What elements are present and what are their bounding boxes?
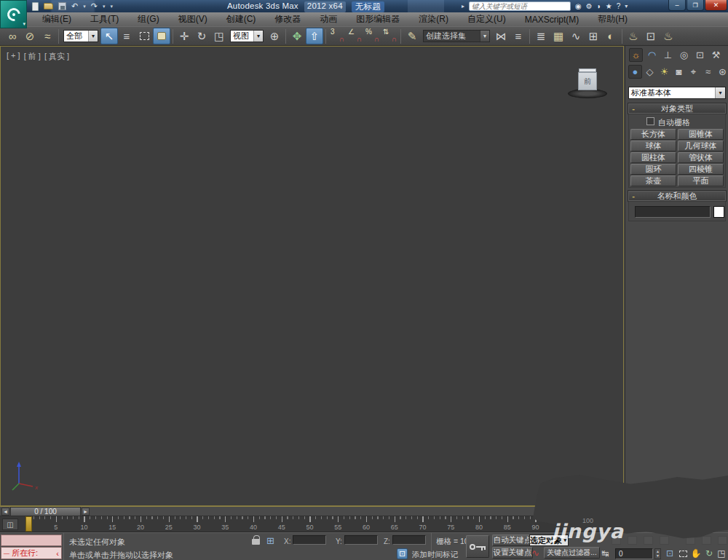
primitive-tube-button[interactable]: 管状体 [678,152,724,163]
unlink-selection-button[interactable]: ⊘ [21,28,39,44]
select-and-move-button[interactable]: ✛ [175,28,193,44]
subscription-center-icon[interactable]: ◗ [597,3,601,10]
track-bar[interactable]: ◫ 051015202530354045505560657075808590 [0,516,625,532]
menu-help[interactable]: 帮助(H) [588,13,637,25]
time-slider-track[interactable]: ◄ 0 / 100 ► [0,506,625,516]
category-spacewarps[interactable]: ≈ [701,65,715,79]
tab-display[interactable]: ⊡ [693,48,707,62]
menu-rendering[interactable]: 渲染(R) [409,13,458,25]
redo-dropdown-icon[interactable]: ▾ [103,4,106,9]
maxscript-mini-listener[interactable] [1,535,62,546]
pan-view-button[interactable]: ✋ [690,548,702,559]
category-systems[interactable]: ⊛ [716,65,728,79]
primitive-geosphere-button[interactable]: 几何球体 [678,141,724,151]
geometry-category-dropdown[interactable]: 标准基本体 ▾ [628,87,726,99]
snap-toggle-3d[interactable]: 3∩ [328,28,346,44]
select-by-name-button[interactable]: ≡ [118,28,135,44]
nav-control-obscured[interactable] [702,536,711,545]
align-button[interactable]: ≡ [510,28,527,44]
category-cameras[interactable]: ◙ [672,65,686,79]
listener-scroll-icon[interactable]: ‹ [56,549,59,558]
menu-modifiers[interactable]: 修改器 [265,13,310,25]
primitive-cone-button[interactable]: 圆锥体 [678,129,724,140]
communication-center-icon[interactable]: ⚙ [586,3,593,10]
next-frame-arrow[interactable]: ► [82,508,90,516]
spinner-down-icon[interactable]: ▾ [657,554,659,558]
menu-views[interactable]: 视图(V) [169,13,217,25]
open-file-icon[interactable] [44,3,53,9]
viewport-general-menu[interactable]: [ + ] [7,51,20,62]
category-lights[interactable]: ☀ [657,65,671,79]
open-mini-curve-editor-button[interactable]: ◫ [2,518,18,530]
save-file-icon[interactable] [58,2,66,10]
viewport-shading-menu[interactable]: [ 真实 ] [44,51,69,62]
qat-customize-icon[interactable]: ▾ [110,4,113,9]
search-icon[interactable]: ◉ [575,3,582,10]
minimize-button[interactable]: – [668,0,686,11]
undo-icon[interactable]: ↶ [71,2,78,10]
select-and-rotate-button[interactable]: ↻ [193,28,210,44]
favorites-icon[interactable]: ★ [606,3,612,10]
absolute-offset-mode-toggle[interactable]: ⊞ [266,535,274,546]
autogrid-checkbox[interactable] [646,117,654,125]
close-button[interactable]: ✕ [705,0,727,11]
select-and-manipulate-button[interactable]: ✥ [288,28,306,44]
menu-customize[interactable]: 自定义(U) [458,13,515,25]
isolate-selection-toggle[interactable]: ⊡ [397,548,408,559]
playback-control-obscured[interactable] [628,536,637,545]
primitive-plane-button[interactable]: 平面 [678,176,724,186]
zoom-extents-button[interactable]: ⊡ [664,548,676,559]
name-color-rollout-header[interactable]: - 名称和颜色 [628,191,726,201]
layer-manager-button[interactable]: ≣ [532,28,550,44]
primitive-teapot-button[interactable]: 茶壶 [630,176,676,186]
add-time-tag-text[interactable]: 添加时间标记 [412,550,458,560]
set-keys-button[interactable] [466,535,489,558]
menu-maxscript[interactable]: MAXScript(M) [515,15,589,25]
y-coordinate-field[interactable] [344,535,378,545]
application-menu-button[interactable]: ▾ [0,0,27,28]
percent-snap-toggle[interactable]: %∩ [363,28,381,44]
tab-motion[interactable]: ◎ [677,48,691,62]
playback-control-obscured[interactable] [644,536,653,545]
category-shapes[interactable]: ◇ [643,65,657,79]
render-production-button[interactable]: ♨ [660,28,677,44]
object-type-rollout-header[interactable]: - 对象类型 [628,103,726,114]
menu-group[interactable]: 组(G) [128,13,168,25]
region-zoom-button[interactable] [677,548,689,559]
use-pivot-center-button[interactable]: ⊕ [266,28,283,44]
viewport-front[interactable]: [ + ] [ 前 ] [ 真实 ] 前 x [0,46,624,506]
maxscript-listener-line[interactable]: — 所在行: ‹ [1,547,62,559]
undo-dropdown-icon[interactable]: ▾ [83,4,86,9]
tab-utilities[interactable]: ⚒ [709,48,723,62]
maximize-viewport-toggle[interactable]: ◳ [716,548,727,559]
menu-edit[interactable]: 编辑(E) [33,13,81,25]
material-editor-button[interactable]: ◐ [602,28,620,44]
bind-to-spacewarp-button[interactable]: ≈ [39,28,56,44]
current-frame-field[interactable]: 0 [615,548,653,559]
menu-tools[interactable]: 工具(T) [81,13,128,25]
viewcube-front-face[interactable]: 前 [578,72,597,90]
menu-graph-editors[interactable]: 图形编辑器 [347,13,409,25]
tab-modify[interactable]: ◠ [645,48,659,62]
reference-coordinate-dropdown[interactable]: 视图 ▾ [230,30,264,42]
tab-create[interactable]: ☼ [629,48,643,62]
orbit-view-button[interactable]: ↻ [703,548,715,559]
angle-snap-toggle[interactable]: ∠∩ [346,28,363,44]
viewport-pov-menu[interactable]: [ 前 ] [24,51,41,62]
help-icon[interactable]: ? [617,3,621,10]
primitive-torus-button[interactable]: 圆环 [630,164,676,175]
key-mode-toggle[interactable]: ↹ [601,548,609,559]
graphite-modeling-tools-button[interactable]: ▦ [550,28,567,44]
new-file-icon[interactable] [32,2,39,11]
primitive-sphere-button[interactable]: 球体 [630,141,676,151]
menu-create[interactable]: 创建(C) [217,13,266,25]
viewcube[interactable]: 前 [566,67,609,99]
select-and-link-button[interactable]: ∞ [4,28,21,44]
schematic-view-button[interactable]: ⊞ [585,28,602,44]
track-bar-frame-marker[interactable] [25,516,32,532]
primitive-pyramid-button[interactable]: 四棱锥 [678,164,724,175]
window-crossing-toggle[interactable] [153,28,170,44]
primitive-box-button[interactable]: 长方体 [630,129,676,140]
selection-filter-dropdown[interactable]: 全部 ▾ [63,30,98,42]
edit-named-selection-sets-button[interactable]: ✎ [403,28,421,44]
